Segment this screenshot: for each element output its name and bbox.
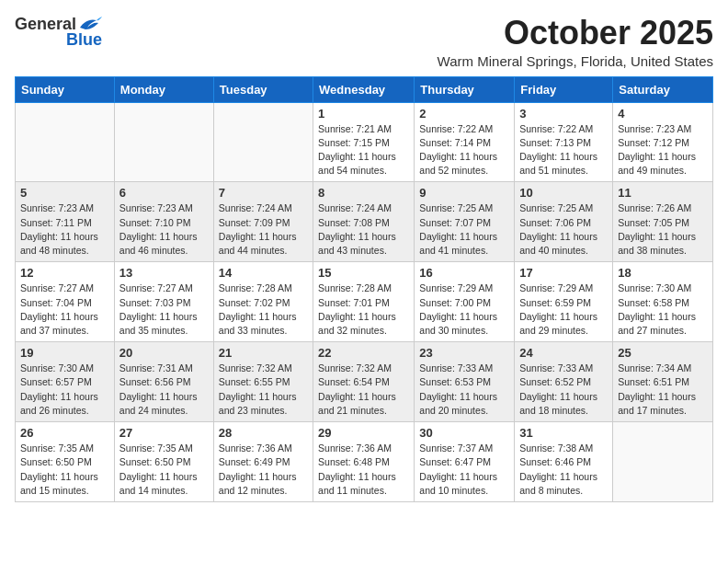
calendar-day-cell: 31Sunrise: 7:38 AM Sunset: 6:46 PM Dayli… [515, 422, 613, 502]
calendar-header-row: SundayMondayTuesdayWednesdayThursdayFrid… [16, 76, 713, 102]
calendar-day-header: Wednesday [313, 76, 415, 102]
calendar-body: 1Sunrise: 7:21 AM Sunset: 7:15 PM Daylig… [16, 102, 713, 501]
day-info: Sunrise: 7:36 AM Sunset: 6:49 PM Dayligh… [219, 442, 308, 498]
day-info: Sunrise: 7:25 AM Sunset: 7:06 PM Dayligh… [519, 201, 608, 258]
calendar-day-cell: 25Sunrise: 7:34 AM Sunset: 6:51 PM Dayli… [613, 342, 713, 422]
day-info: Sunrise: 7:32 AM Sunset: 6:55 PM Dayligh… [219, 362, 308, 418]
calendar-day-cell: 9Sunrise: 7:25 AM Sunset: 7:07 PM Daylig… [415, 182, 515, 262]
calendar-day-cell: 5Sunrise: 7:23 AM Sunset: 7:11 PM Daylig… [16, 182, 115, 262]
day-number: 19 [20, 346, 109, 360]
calendar-day-cell: 4Sunrise: 7:23 AM Sunset: 7:12 PM Daylig… [613, 102, 713, 182]
day-info: Sunrise: 7:23 AM Sunset: 7:10 PM Dayligh… [119, 201, 209, 258]
calendar-day-cell: 17Sunrise: 7:29 AM Sunset: 6:59 PM Dayli… [515, 262, 613, 342]
calendar-day-cell: 18Sunrise: 7:30 AM Sunset: 6:58 PM Dayli… [613, 262, 713, 342]
day-info: Sunrise: 7:23 AM Sunset: 7:12 PM Dayligh… [618, 122, 708, 178]
calendar-day-cell: 3Sunrise: 7:22 AM Sunset: 7:13 PM Daylig… [515, 102, 613, 182]
logo-blue-text: Blue [66, 31, 102, 50]
calendar-day-header: Sunday [16, 76, 115, 102]
day-info: Sunrise: 7:30 AM Sunset: 6:57 PM Dayligh… [20, 362, 109, 418]
calendar-day-cell [613, 422, 713, 502]
calendar-day-cell: 21Sunrise: 7:32 AM Sunset: 6:55 PM Dayli… [213, 342, 313, 422]
day-info: Sunrise: 7:35 AM Sunset: 6:50 PM Dayligh… [119, 442, 209, 498]
day-info: Sunrise: 7:32 AM Sunset: 6:54 PM Dayligh… [318, 362, 409, 418]
calendar-week-row: 5Sunrise: 7:23 AM Sunset: 7:11 PM Daylig… [16, 182, 713, 262]
calendar-week-row: 19Sunrise: 7:30 AM Sunset: 6:57 PM Dayli… [16, 342, 713, 422]
day-number: 25 [618, 346, 708, 360]
day-number: 22 [318, 346, 409, 360]
day-number: 18 [618, 266, 708, 280]
day-number: 20 [119, 346, 209, 360]
day-info: Sunrise: 7:27 AM Sunset: 7:04 PM Dayligh… [20, 282, 109, 338]
calendar-table: SundayMondayTuesdayWednesdayThursdayFrid… [15, 76, 713, 502]
day-number: 2 [419, 107, 509, 121]
calendar-day-cell [213, 102, 313, 182]
calendar-day-cell: 30Sunrise: 7:37 AM Sunset: 6:47 PM Dayli… [415, 422, 515, 502]
day-number: 27 [119, 426, 209, 440]
day-info: Sunrise: 7:26 AM Sunset: 7:05 PM Dayligh… [618, 201, 708, 258]
day-info: Sunrise: 7:24 AM Sunset: 7:08 PM Dayligh… [318, 201, 409, 258]
calendar-day-cell: 23Sunrise: 7:33 AM Sunset: 6:53 PM Dayli… [415, 342, 515, 422]
day-info: Sunrise: 7:33 AM Sunset: 6:52 PM Dayligh… [519, 362, 608, 418]
title-block: October 2025 Warm Mineral Springs, Flori… [438, 15, 713, 69]
day-number: 10 [519, 186, 608, 200]
day-number: 31 [519, 426, 608, 440]
day-info: Sunrise: 7:35 AM Sunset: 6:50 PM Dayligh… [20, 442, 109, 498]
day-number: 9 [419, 186, 509, 200]
calendar-day-cell: 29Sunrise: 7:36 AM Sunset: 6:48 PM Dayli… [313, 422, 415, 502]
day-info: Sunrise: 7:34 AM Sunset: 6:51 PM Dayligh… [618, 362, 708, 418]
calendar-day-cell: 8Sunrise: 7:24 AM Sunset: 7:08 PM Daylig… [313, 182, 415, 262]
calendar-day-cell: 6Sunrise: 7:23 AM Sunset: 7:10 PM Daylig… [114, 182, 213, 262]
calendar-day-cell: 26Sunrise: 7:35 AM Sunset: 6:50 PM Dayli… [16, 422, 115, 502]
day-number: 15 [318, 266, 409, 280]
day-number: 11 [618, 186, 708, 200]
day-info: Sunrise: 7:27 AM Sunset: 7:03 PM Dayligh… [119, 282, 209, 338]
calendar-day-header: Thursday [415, 76, 515, 102]
day-number: 23 [419, 346, 509, 360]
day-info: Sunrise: 7:38 AM Sunset: 6:46 PM Dayligh… [519, 442, 608, 498]
calendar-week-row: 12Sunrise: 7:27 AM Sunset: 7:04 PM Dayli… [16, 262, 713, 342]
calendar-day-cell: 28Sunrise: 7:36 AM Sunset: 6:49 PM Dayli… [213, 422, 313, 502]
day-number: 3 [519, 107, 608, 121]
month-title: October 2025 [438, 15, 713, 52]
day-info: Sunrise: 7:24 AM Sunset: 7:09 PM Dayligh… [219, 201, 308, 258]
day-info: Sunrise: 7:29 AM Sunset: 7:00 PM Dayligh… [419, 282, 509, 338]
day-number: 30 [419, 426, 509, 440]
day-info: Sunrise: 7:28 AM Sunset: 7:01 PM Dayligh… [318, 282, 409, 338]
day-number: 24 [519, 346, 608, 360]
calendar-day-header: Saturday [613, 76, 713, 102]
calendar-day-cell: 27Sunrise: 7:35 AM Sunset: 6:50 PM Dayli… [114, 422, 213, 502]
day-number: 12 [20, 266, 109, 280]
logo: General Blue [15, 15, 102, 50]
day-info: Sunrise: 7:22 AM Sunset: 7:14 PM Dayligh… [419, 122, 509, 178]
day-info: Sunrise: 7:29 AM Sunset: 6:59 PM Dayligh… [519, 282, 608, 338]
day-number: 26 [20, 426, 109, 440]
calendar-day-cell: 14Sunrise: 7:28 AM Sunset: 7:02 PM Dayli… [213, 262, 313, 342]
location-text: Warm Mineral Springs, Florida, United St… [438, 53, 713, 69]
day-number: 14 [219, 266, 308, 280]
day-number: 5 [20, 186, 109, 200]
calendar-day-cell: 22Sunrise: 7:32 AM Sunset: 6:54 PM Dayli… [313, 342, 415, 422]
calendar-day-cell: 20Sunrise: 7:31 AM Sunset: 6:56 PM Dayli… [114, 342, 213, 422]
day-number: 7 [219, 186, 308, 200]
calendar-day-cell: 1Sunrise: 7:21 AM Sunset: 7:15 PM Daylig… [313, 102, 415, 182]
day-info: Sunrise: 7:36 AM Sunset: 6:48 PM Dayligh… [318, 442, 409, 498]
day-info: Sunrise: 7:23 AM Sunset: 7:11 PM Dayligh… [20, 201, 109, 258]
calendar-day-cell: 11Sunrise: 7:26 AM Sunset: 7:05 PM Dayli… [613, 182, 713, 262]
calendar-day-cell: 10Sunrise: 7:25 AM Sunset: 7:06 PM Dayli… [515, 182, 613, 262]
day-info: Sunrise: 7:28 AM Sunset: 7:02 PM Dayligh… [219, 282, 308, 338]
day-info: Sunrise: 7:37 AM Sunset: 6:47 PM Dayligh… [419, 442, 509, 498]
calendar-day-header: Monday [114, 76, 213, 102]
calendar-day-header: Friday [515, 76, 613, 102]
calendar-week-row: 1Sunrise: 7:21 AM Sunset: 7:15 PM Daylig… [16, 102, 713, 182]
day-number: 29 [318, 426, 409, 440]
calendar-day-cell: 19Sunrise: 7:30 AM Sunset: 6:57 PM Dayli… [16, 342, 115, 422]
day-info: Sunrise: 7:25 AM Sunset: 7:07 PM Dayligh… [419, 201, 509, 258]
day-info: Sunrise: 7:31 AM Sunset: 6:56 PM Dayligh… [119, 362, 209, 418]
calendar-day-cell: 13Sunrise: 7:27 AM Sunset: 7:03 PM Dayli… [114, 262, 213, 342]
calendar-day-cell [114, 102, 213, 182]
day-info: Sunrise: 7:21 AM Sunset: 7:15 PM Dayligh… [318, 122, 409, 178]
calendar-day-cell: 12Sunrise: 7:27 AM Sunset: 7:04 PM Dayli… [16, 262, 115, 342]
day-number: 21 [219, 346, 308, 360]
calendar-day-cell: 2Sunrise: 7:22 AM Sunset: 7:14 PM Daylig… [415, 102, 515, 182]
day-number: 28 [219, 426, 308, 440]
